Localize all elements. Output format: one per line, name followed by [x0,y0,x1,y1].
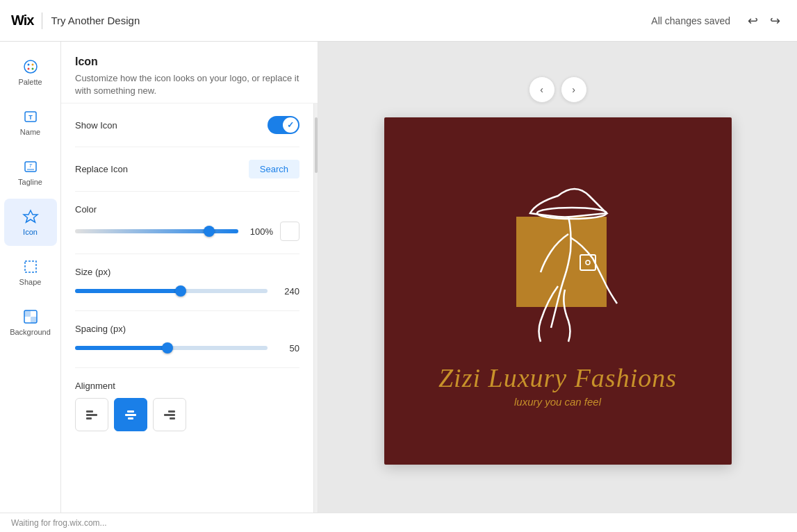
svg-rect-17 [86,417,92,419]
svg-rect-13 [24,310,31,317]
svg-text:T: T [28,163,32,168]
spacing-label: Spacing (px) [75,324,299,334]
align-right-icon [162,407,177,422]
panel-scrollbar-thumb[interactable] [315,117,318,173]
svg-rect-19 [125,414,136,416]
replace-icon-row: Replace Icon Search [75,160,299,178]
spacing-slider-track [75,346,268,350]
svg-rect-22 [164,414,175,416]
sidebar-item-shape[interactable]: Shape [4,249,57,296]
spacing-section: Spacing (px) 50 [75,311,299,368]
color-slider-thumb[interactable] [204,226,215,237]
panel-scrollbar[interactable] [313,103,318,513]
icon-nav-icon [22,208,39,225]
svg-rect-15 [86,410,93,413]
svg-rect-23 [170,417,175,419]
svg-rect-16 [86,414,97,416]
size-slider-thumb[interactable] [175,285,186,297]
search-button[interactable]: Search [249,160,299,178]
replace-icon-label: Replace Icon [75,164,128,174]
status-bar: Waiting for frog.wix.com... [0,513,797,532]
topbar-divider [42,13,42,29]
saved-status: All changes saved [651,15,730,26]
svg-marker-10 [24,210,38,222]
svg-point-3 [27,68,29,70]
status-text: Waiting for frog.wix.com... [11,518,107,528]
svg-point-0 [24,60,37,73]
alignment-section: Alignment [75,368,299,444]
svg-text:T: T [28,114,33,121]
nav-arrows: ‹ › [529,76,587,103]
spacing-value: 50 [274,343,299,354]
toggle-check-icon: ✓ [287,120,294,130]
palette-label: Palette [18,78,42,86]
sidebar-item-palette[interactable]: Palette [4,49,57,96]
panel-title: Icon [75,56,304,68]
sidebar-item-tagline[interactable]: T Tagline [4,149,57,196]
alignment-row [75,398,299,431]
toggle-knob: ✓ [283,117,298,133]
redo-button[interactable]: ↪ [764,10,786,32]
next-design-button[interactable]: › [561,76,587,103]
color-slider-track [75,229,238,233]
show-icon-toggle[interactable]: ✓ [268,116,299,134]
size-slider-track [75,289,268,293]
align-right-button[interactable] [153,398,186,431]
show-icon-row: Show Icon ✓ [75,116,299,134]
size-value: 240 [274,286,299,297]
color-value: 100% [245,226,273,237]
svg-rect-18 [127,410,134,413]
svg-rect-14 [31,317,37,323]
sidebar-item-icon[interactable]: Icon [4,199,57,246]
topbar: Wix Try Another Design All changes saved… [0,0,797,42]
align-left-icon [84,407,99,422]
svg-point-4 [31,68,33,70]
size-slider-container[interactable] [75,284,268,298]
svg-point-2 [31,64,33,66]
background-label: Background [10,328,51,336]
name-label: Name [20,128,40,136]
align-center-icon [123,407,138,422]
tagline-icon: T [22,158,39,175]
prev-design-button[interactable]: ‹ [529,76,555,103]
logo-tagline: luxury you can feel [438,396,677,408]
logo-text-container: Zizi Luxury Fashions luxury you can feel [438,363,677,408]
spacing-row: 50 [75,341,299,355]
svg-rect-21 [168,410,175,413]
show-icon-section: Show Icon ✓ [75,103,299,147]
color-label: Color [75,204,299,215]
size-row: 240 [75,284,299,298]
align-center-button[interactable] [114,398,147,431]
align-left-button[interactable] [75,398,108,431]
svg-rect-11 [25,261,36,272]
undo-button[interactable]: ↩ [741,10,764,32]
svg-rect-20 [128,417,133,419]
settings-panel: Icon Customize how the icon looks on you… [61,42,318,513]
topbar-title: Try Another Design [51,15,651,26]
main-area: Palette T Name T Tagline Icon [0,42,797,513]
spacing-slider-container[interactable] [75,341,268,355]
left-nav: Palette T Name T Tagline Icon [0,42,61,513]
panel-body: Show Icon ✓ Replace Icon Search [61,103,313,513]
sidebar-item-background[interactable]: Background [4,299,57,346]
color-swatch[interactable] [280,222,299,241]
shape-icon [22,258,39,275]
color-section: Color 100% [75,192,299,254]
sidebar-item-name[interactable]: T Name [4,99,57,146]
show-icon-label: Show Icon [75,120,117,131]
svg-point-1 [27,64,29,66]
size-section: Size (px) 240 [75,254,299,311]
panel-header: Icon Customize how the icon looks on you… [61,42,318,103]
color-row: 100% [75,222,299,241]
logo-brand-name: Zizi Luxury Fashions [438,363,677,393]
color-slider-container[interactable] [75,224,238,238]
wix-logo: Wix [11,13,33,28]
size-label: Size (px) [75,267,299,277]
name-icon: T [22,108,39,125]
svg-rect-24 [516,217,607,307]
panel-description: Customize how the icon looks on your log… [75,72,304,97]
palette-icon [22,58,39,75]
shape-label: Shape [19,278,42,286]
background-icon [22,308,39,325]
spacing-slider-thumb[interactable] [162,342,173,354]
